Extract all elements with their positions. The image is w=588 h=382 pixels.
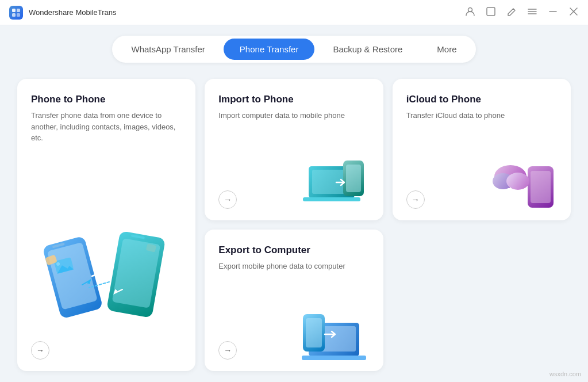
import-to-phone-desc: Import computer data to mobile phone xyxy=(218,110,369,121)
svg-rect-13 xyxy=(47,242,98,310)
titlebar-left: Wondershare MobileTrans xyxy=(9,6,116,20)
svg-rect-24 xyxy=(303,197,360,201)
svg-rect-26 xyxy=(346,165,361,192)
window-icon[interactable] xyxy=(486,6,496,19)
icloud-to-phone-desc: Transfer iCloud data to phone xyxy=(406,110,557,121)
svg-rect-3 xyxy=(17,13,20,17)
export-to-computer-title: Export to Computer xyxy=(218,245,369,256)
svg-rect-34 xyxy=(302,356,366,360)
nav-tabs: WhatsApp Transfer Phone Transfer Backup … xyxy=(112,36,475,63)
tab-more[interactable]: More xyxy=(421,39,472,60)
menu-icon[interactable] xyxy=(527,6,537,19)
phone-to-phone-desc: Transfer phone data from one device to a… xyxy=(31,110,182,144)
phone-to-phone-arrow[interactable]: → xyxy=(31,341,49,360)
import-to-phone-title: Import to Phone xyxy=(218,94,369,105)
import-illustration xyxy=(297,149,378,215)
titlebar-controls xyxy=(465,6,579,19)
icloud-illustration xyxy=(485,149,565,215)
nav-area: WhatsApp Transfer Phone Transfer Backup … xyxy=(0,25,588,72)
phone-to-phone-illustration xyxy=(31,245,182,360)
titlebar: Wondershare MobileTrans xyxy=(0,0,588,25)
minimize-icon[interactable] xyxy=(548,6,558,19)
import-to-phone-arrow[interactable]: → xyxy=(218,190,237,209)
card-phone-to-phone[interactable]: Phone to Phone Transfer phone data from … xyxy=(17,79,195,371)
svg-rect-5 xyxy=(487,7,495,16)
svg-rect-36 xyxy=(306,318,322,347)
edit-icon[interactable] xyxy=(506,6,517,19)
watermark: wsxdn.com xyxy=(549,370,581,377)
svg-rect-0 xyxy=(12,9,16,12)
app-title: Wondershare MobileTrans xyxy=(29,8,116,17)
tab-whatsapp[interactable]: WhatsApp Transfer xyxy=(115,39,221,60)
tab-phone[interactable]: Phone Transfer xyxy=(224,39,315,60)
card-export-to-computer[interactable]: Export to Computer Export mobile phone d… xyxy=(205,230,383,371)
export-to-computer-arrow[interactable]: → xyxy=(218,341,237,360)
icloud-to-phone-title: iCloud to Phone xyxy=(406,94,557,105)
profile-icon[interactable] xyxy=(465,6,475,19)
svg-rect-2 xyxy=(12,13,16,17)
close-icon[interactable] xyxy=(568,6,579,19)
phone-to-phone-title: Phone to Phone xyxy=(31,94,182,105)
card-import-to-phone[interactable]: Import to Phone Import computer data to … xyxy=(205,79,383,220)
svg-rect-1 xyxy=(17,9,20,12)
app-icon xyxy=(9,6,23,20)
svg-rect-28 xyxy=(531,171,551,203)
export-to-computer-desc: Export mobile phone data to computer xyxy=(218,261,369,272)
svg-point-31 xyxy=(506,173,529,190)
main-content: Phone to Phone Transfer phone data from … xyxy=(0,72,588,382)
export-illustration xyxy=(291,297,378,365)
card-icloud-to-phone[interactable]: iCloud to Phone Transfer iCloud data to … xyxy=(393,79,571,220)
icloud-to-phone-arrow[interactable]: → xyxy=(406,190,425,209)
tab-backup[interactable]: Backup & Restore xyxy=(317,39,418,60)
